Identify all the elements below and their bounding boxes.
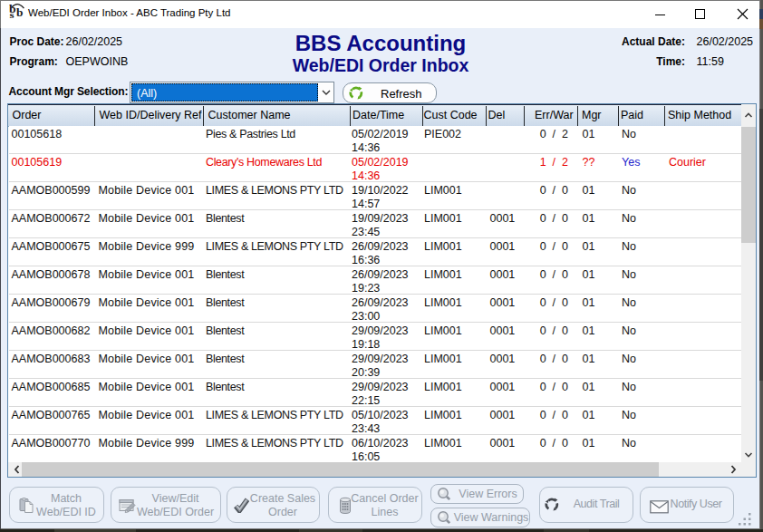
svg-text:b: b <box>16 7 23 19</box>
svg-text:s: s <box>10 10 15 20</box>
